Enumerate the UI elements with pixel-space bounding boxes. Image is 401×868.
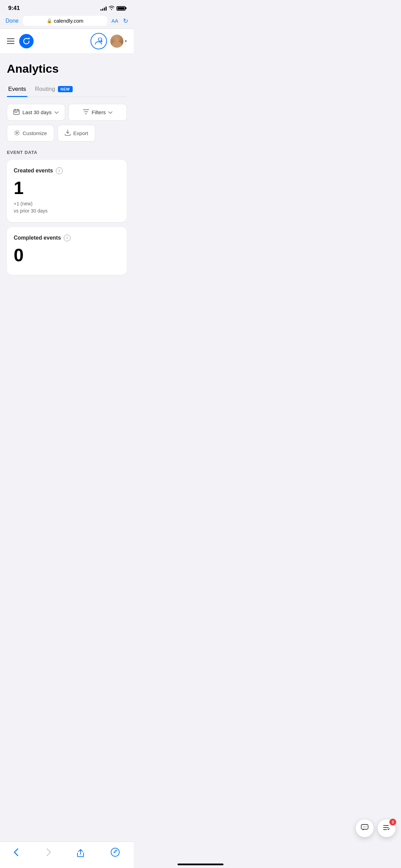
- calendar-icon: [13, 109, 20, 116]
- completed-events-title: Completed events: [14, 235, 61, 241]
- section-label: EVENT DATA: [7, 150, 127, 155]
- browser-refresh-button[interactable]: ↻: [123, 17, 128, 25]
- browser-aa-button[interactable]: AA: [111, 18, 118, 24]
- created-events-info-icon[interactable]: i: [56, 167, 63, 174]
- main-content: Analytics Events Routing NEW Last 30 day…: [0, 54, 134, 287]
- avatar-dropdown-icon[interactable]: ▾: [125, 39, 127, 44]
- hamburger-menu[interactable]: [7, 38, 14, 44]
- svg-rect-1: [15, 112, 16, 113]
- export-label: Export: [73, 130, 88, 136]
- tab-routing[interactable]: Routing NEW: [34, 82, 74, 97]
- browser-back-text[interactable]: Done: [5, 18, 19, 24]
- completed-events-value: 0: [14, 246, 120, 264]
- date-filter-button[interactable]: Last 30 days: [7, 104, 65, 121]
- action-row: Customize Export: [7, 125, 127, 142]
- page-title: Analytics: [7, 62, 127, 75]
- browser-bar: Done 🔒 calendly.com AA ↻: [0, 14, 134, 29]
- battery-icon: [117, 6, 125, 11]
- browser-actions: AA ↻: [111, 17, 128, 25]
- calendly-logo[interactable]: [19, 34, 34, 48]
- tab-events[interactable]: Events: [7, 82, 27, 97]
- export-icon: [65, 130, 71, 137]
- date-chevron-icon: [54, 109, 59, 115]
- browser-url: calendly.com: [54, 18, 83, 24]
- created-events-card: Created events i 1 +1 (new) vs prior 30 …: [7, 160, 127, 222]
- svg-rect-2: [16, 112, 17, 113]
- tab-events-label: Events: [8, 86, 26, 93]
- app-header: ▾: [0, 29, 134, 54]
- new-badge: NEW: [58, 86, 73, 92]
- wifi-icon: [109, 5, 114, 11]
- signal-icon: [100, 6, 107, 11]
- status-bar: 9:41: [0, 0, 134, 14]
- filters-button[interactable]: Filters: [69, 104, 127, 121]
- tab-routing-label: Routing: [35, 86, 55, 93]
- filter-icon: [83, 109, 89, 115]
- completed-events-card: Completed events i 0: [7, 227, 127, 275]
- status-time: 9:41: [8, 5, 20, 12]
- created-events-sub-line2: vs prior 30 days: [14, 208, 48, 214]
- date-filter-label: Last 30 days: [22, 109, 51, 115]
- add-user-button[interactable]: [90, 33, 107, 49]
- svg-point-3: [16, 132, 18, 134]
- created-events-value: 1: [14, 179, 120, 197]
- completed-events-info-icon[interactable]: i: [64, 234, 71, 241]
- created-events-title: Created events: [14, 168, 53, 174]
- created-events-sub: +1 (new) vs prior 30 days: [14, 200, 120, 215]
- avatar[interactable]: [110, 35, 123, 48]
- header-right: ▾: [90, 33, 127, 49]
- customize-button[interactable]: Customize: [7, 125, 54, 142]
- filters-chevron-icon: [108, 109, 112, 115]
- filter-row: Last 30 days Filters: [7, 104, 127, 121]
- filters-label: Filters: [92, 109, 106, 115]
- browser-url-container[interactable]: 🔒 calendly.com: [23, 16, 107, 26]
- gear-icon: [14, 130, 20, 137]
- tabs-container: Events Routing NEW: [7, 82, 127, 97]
- customize-label: Customize: [23, 130, 47, 136]
- export-button[interactable]: Export: [58, 125, 95, 142]
- lock-icon: 🔒: [47, 18, 52, 23]
- created-events-sub-line1: +1 (new): [14, 201, 33, 206]
- status-icons: [100, 5, 125, 11]
- header-left: [7, 34, 34, 48]
